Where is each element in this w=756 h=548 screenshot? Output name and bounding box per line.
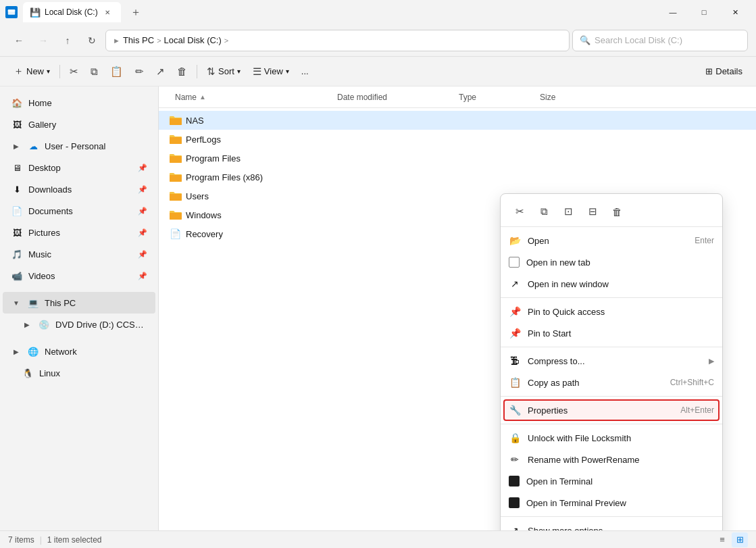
refresh-button[interactable]: ↻ bbox=[81, 30, 103, 51]
sidebar-label-desktop: Desktop bbox=[28, 163, 61, 173]
maximize-button[interactable]: □ bbox=[688, 0, 720, 24]
sidebar-item-gallery[interactable]: 🖼 Gallery bbox=[3, 114, 155, 135]
ctx-show-more-label: Show more options bbox=[528, 526, 714, 531]
view-button[interactable]: ☰ View ▾ bbox=[247, 61, 295, 82]
sidebar-item-documents[interactable]: 📄 Documents 📌 bbox=[3, 200, 155, 222]
sidebar-item-this-pc[interactable]: ▼ 💻 This PC bbox=[3, 292, 155, 314]
ctx-properties[interactable]: 🔧 Properties Alt+Enter bbox=[503, 399, 720, 421]
col-header-type[interactable]: Type bbox=[453, 93, 534, 102]
ctx-paste-button[interactable]: ⊡ bbox=[557, 201, 579, 222]
title-tab[interactable]: 💾 Local Disk (C:) ✕ bbox=[23, 2, 121, 22]
expand-icon-user[interactable]: ▶ bbox=[11, 141, 22, 151]
ctx-pin-quick-icon: 📌 bbox=[509, 305, 521, 318]
sidebar-item-downloads[interactable]: ⬇ Downloads 📌 bbox=[3, 178, 155, 200]
view-dropdown-icon: ▾ bbox=[286, 68, 289, 75]
forward-button[interactable]: → bbox=[32, 30, 54, 51]
ctx-delete-button[interactable]: 🗑 bbox=[606, 201, 628, 222]
sidebar-item-dvd[interactable]: ▶ 💿 DVD Drive (D:) CCSA_X64FRE_EN- bbox=[3, 314, 155, 335]
new-button[interactable]: ＋ New ▾ bbox=[8, 61, 55, 82]
ctx-open[interactable]: 📂 Open Enter bbox=[501, 230, 722, 251]
ctx-unlock[interactable]: 🔒 Unlock with File Locksmith bbox=[501, 427, 722, 449]
cut-button[interactable]: ✂ bbox=[64, 61, 84, 82]
share-button[interactable]: ↗ bbox=[151, 61, 170, 82]
ctx-rename-button[interactable]: ⊟ bbox=[582, 201, 603, 222]
ctx-open-terminal[interactable]: Open in Terminal bbox=[501, 470, 722, 492]
ctx-open-terminal-preview[interactable]: Open in Terminal Preview bbox=[501, 492, 722, 514]
expand-icon-this-pc[interactable]: ▼ bbox=[11, 297, 22, 308]
more-label: ... bbox=[301, 66, 309, 76]
sidebar-label-linux: Linux bbox=[39, 368, 60, 378]
ctx-pin-quick-access[interactable]: 📌 Pin to Quick access bbox=[501, 301, 722, 322]
file-row-program-files[interactable]: Program Files bbox=[159, 149, 756, 168]
copy-button[interactable]: ⧉ bbox=[85, 61, 103, 82]
up-button[interactable]: ↑ bbox=[57, 30, 78, 51]
sidebar-label-this-pc: This PC bbox=[45, 298, 76, 308]
col-name-label: Name bbox=[175, 93, 197, 102]
file-row-nas[interactable]: NAS bbox=[159, 111, 756, 130]
ctx-copy-button[interactable]: ⧉ bbox=[533, 201, 555, 222]
col-header-date[interactable]: Date modified bbox=[332, 93, 453, 102]
folder-icon-perflogs bbox=[170, 134, 182, 145]
sidebar-item-linux[interactable]: 🐧 Linux bbox=[3, 362, 155, 384]
ctx-terminal-preview-label: Open in Terminal Preview bbox=[526, 498, 714, 508]
col-header-name[interactable]: Name ▲ bbox=[170, 93, 332, 102]
ctx-open-new-window[interactable]: ↗ Open in new window bbox=[501, 273, 722, 295]
sidebar-item-home[interactable]: 🏠 Home bbox=[3, 92, 155, 114]
sort-dropdown-icon: ▾ bbox=[237, 68, 241, 75]
sidebar: 🏠 Home 🖼 Gallery ▶ ☁ User - Personal 🖥 D… bbox=[0, 86, 159, 530]
ctx-cut-button[interactable]: ✂ bbox=[509, 201, 530, 222]
pin-icon-desktop: 📌 bbox=[138, 164, 147, 172]
delete-button[interactable]: 🗑 bbox=[172, 61, 193, 82]
file-row-perflogs[interactable]: PerfLogs bbox=[159, 130, 756, 149]
sidebar-item-music[interactable]: 🎵 Music 📌 bbox=[3, 243, 155, 265]
pin-icon-videos: 📌 bbox=[138, 272, 147, 280]
paste-icon: 📋 bbox=[110, 66, 123, 78]
more-button[interactable]: ... bbox=[296, 61, 314, 82]
breadcrumb-this-pc[interactable]: This PC bbox=[123, 35, 154, 45]
sidebar-item-user-personal[interactable]: ▶ ☁ User - Personal bbox=[3, 135, 155, 157]
list-view-button[interactable]: ≡ bbox=[714, 532, 730, 547]
details-label: Details bbox=[715, 66, 742, 76]
title-bar: 💾 Local Disk (C:) ✕ ＋ — □ ✕ bbox=[0, 0, 756, 24]
tab-close-button[interactable]: ✕ bbox=[102, 7, 113, 18]
new-icon: ＋ bbox=[14, 65, 24, 78]
sidebar-item-videos[interactable]: 📹 Videos 📌 bbox=[3, 265, 155, 287]
context-menu: ✂ ⧉ ⊡ ⊟ 🗑 📂 Open Enter Open in new tab ↗… bbox=[500, 193, 723, 530]
breadcrumb-local-disk[interactable]: Local Disk (C:) bbox=[164, 35, 222, 45]
sort-button[interactable]: ⇅ Sort ▾ bbox=[201, 61, 246, 82]
details-button[interactable]: ⊞ Details bbox=[700, 66, 748, 76]
sidebar-item-pictures[interactable]: 🖼 Pictures 📌 bbox=[3, 222, 155, 243]
ctx-copy-path[interactable]: 📋 Copy as path Ctrl+Shift+C bbox=[501, 372, 722, 393]
ctx-compress[interactable]: 🗜 Compress to... ▶ bbox=[501, 350, 722, 372]
ctx-open-new-tab[interactable]: Open in new tab bbox=[501, 251, 722, 273]
col-header-size[interactable]: Size bbox=[534, 93, 751, 102]
details-view-button[interactable]: ⊞ bbox=[732, 532, 748, 547]
ctx-divider-4 bbox=[501, 424, 722, 424]
expand-icon-network[interactable]: ▶ bbox=[11, 346, 22, 357]
sidebar-item-network[interactable]: ▶ 🌐 Network bbox=[3, 341, 155, 362]
ctx-open-shortcut: Enter bbox=[695, 236, 714, 245]
ctx-terminal-label: Open in Terminal bbox=[526, 476, 714, 487]
ctx-new-window-icon: ↗ bbox=[509, 278, 521, 290]
paste-button[interactable]: 📋 bbox=[105, 61, 128, 82]
folder-icon-program-files-x86 bbox=[170, 172, 182, 182]
view-label: View bbox=[264, 66, 283, 76]
minimize-button[interactable]: — bbox=[657, 0, 688, 24]
ctx-copy-path-shortcut: Ctrl+Shift+C bbox=[670, 378, 714, 387]
sidebar-item-desktop[interactable]: 🖥 Desktop 📌 bbox=[3, 157, 155, 178]
new-tab-button[interactable]: ＋ bbox=[126, 3, 145, 22]
ctx-pin-start-icon: 📌 bbox=[509, 327, 521, 339]
expand-icon-dvd[interactable]: ▶ bbox=[22, 319, 32, 330]
rename-button[interactable]: ✏ bbox=[130, 61, 149, 82]
ctx-copy-path-label: Copy as path bbox=[528, 378, 663, 388]
main-area: 🏠 Home 🖼 Gallery ▶ ☁ User - Personal 🖥 D… bbox=[0, 86, 756, 530]
search-box[interactable]: 🔍 Search Local Disk (C:) bbox=[572, 30, 748, 51]
ctx-show-more[interactable]: ↗ Show more options bbox=[501, 520, 722, 530]
close-button[interactable]: ✕ bbox=[720, 0, 751, 24]
ctx-pin-start[interactable]: 📌 Pin to Start bbox=[501, 322, 722, 344]
address-bar[interactable]: ► This PC > Local Disk (C:) > bbox=[105, 30, 570, 51]
file-row-program-files-x86[interactable]: Program Files (x86) bbox=[159, 168, 756, 186]
back-button[interactable]: ← bbox=[8, 30, 30, 51]
ctx-rename-power[interactable]: ✏ Rename with PowerRename bbox=[501, 449, 722, 470]
ctx-divider-2 bbox=[501, 347, 722, 347]
